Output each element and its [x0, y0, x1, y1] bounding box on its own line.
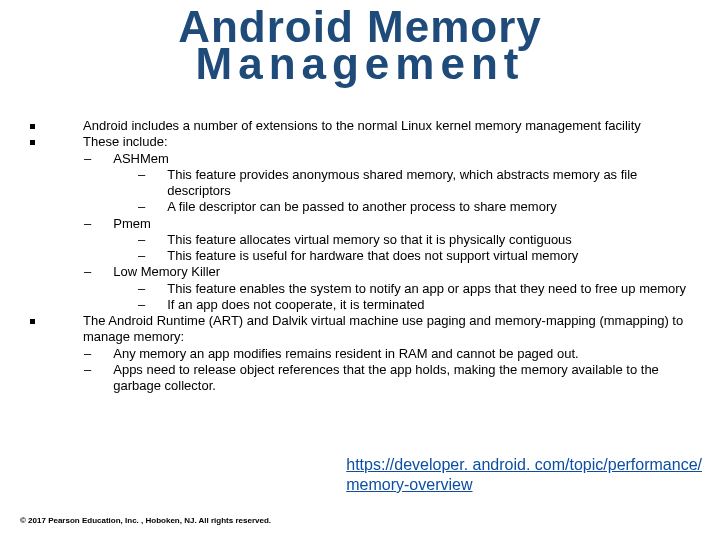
- sub-1a-text: This feature provides anonymous shared m…: [167, 167, 700, 200]
- bullet-3b: – Apps need to release object references…: [84, 362, 700, 395]
- bullet-3: The Android Runtime (ART) and Dalvik vir…: [30, 313, 700, 346]
- bullet-1-text: Android includes a number of extensions …: [83, 118, 700, 134]
- sub-2b: – This feature is useful for hardware th…: [138, 248, 700, 264]
- sub-3b-text: If an app does not cooperate, it is term…: [167, 297, 700, 313]
- link-line-1[interactable]: https://developer. android. com/topic/pe…: [346, 456, 702, 473]
- sub-3b: – If an app does not cooperate, it is te…: [138, 297, 700, 313]
- dash-icon: –: [138, 297, 145, 313]
- sub-1b: – A file descriptor can be passed to ano…: [138, 199, 700, 215]
- square-bullet-icon: [30, 124, 35, 129]
- square-bullet-icon: [30, 319, 35, 324]
- dash-icon: –: [84, 151, 91, 167]
- bullet-1: Android includes a number of extensions …: [30, 118, 700, 134]
- sub-3a: – This feature enables the system to not…: [138, 281, 700, 297]
- bullet-3a: – Any memory an app modifies remains res…: [84, 346, 700, 362]
- bullet-3a-text: Any memory an app modifies remains resid…: [113, 346, 700, 362]
- sub-2: – Pmem: [84, 216, 700, 232]
- dash-icon: –: [138, 167, 145, 183]
- title-line-2: Management: [0, 45, 720, 82]
- sub-1a: – This feature provides anonymous shared…: [138, 167, 700, 200]
- dash-icon: –: [138, 232, 145, 248]
- copyright-text: © 2017 Pearson Education, Inc. , Hoboken…: [20, 516, 271, 525]
- bullet-2-text: These include:: [83, 134, 700, 150]
- dash-icon: –: [84, 216, 91, 232]
- dash-icon: –: [138, 248, 145, 264]
- sub-1-text: ASHMem: [113, 151, 700, 167]
- square-bullet-icon: [30, 140, 35, 145]
- slide-title: Android Memory Management: [0, 0, 720, 83]
- dash-icon: –: [138, 281, 145, 297]
- sub-2a-text: This feature allocates virtual memory so…: [167, 232, 700, 248]
- dash-icon: –: [84, 264, 91, 280]
- reference-link[interactable]: https://developer. android. com/topic/pe…: [346, 455, 702, 495]
- dash-icon: –: [84, 346, 91, 362]
- bullet-2: These include:: [30, 134, 700, 150]
- sub-2a: – This feature allocates virtual memory …: [138, 232, 700, 248]
- sub-3a-text: This feature enables the system to notif…: [167, 281, 700, 297]
- sub-1: – ASHMem: [84, 151, 700, 167]
- sub-3-text: Low Memory Killer: [113, 264, 700, 280]
- link-line-2[interactable]: memory-overview: [346, 476, 472, 493]
- sub-2b-text: This feature is useful for hardware that…: [167, 248, 700, 264]
- slide-body: Android includes a number of extensions …: [30, 118, 700, 394]
- sub-2-text: Pmem: [113, 216, 700, 232]
- bullet-3b-text: Apps need to release object references t…: [113, 362, 700, 395]
- sub-3: – Low Memory Killer: [84, 264, 700, 280]
- bullet-3-text: The Android Runtime (ART) and Dalvik vir…: [83, 313, 700, 346]
- dash-icon: –: [138, 199, 145, 215]
- sub-1b-text: A file descriptor can be passed to anoth…: [167, 199, 700, 215]
- dash-icon: –: [84, 362, 91, 378]
